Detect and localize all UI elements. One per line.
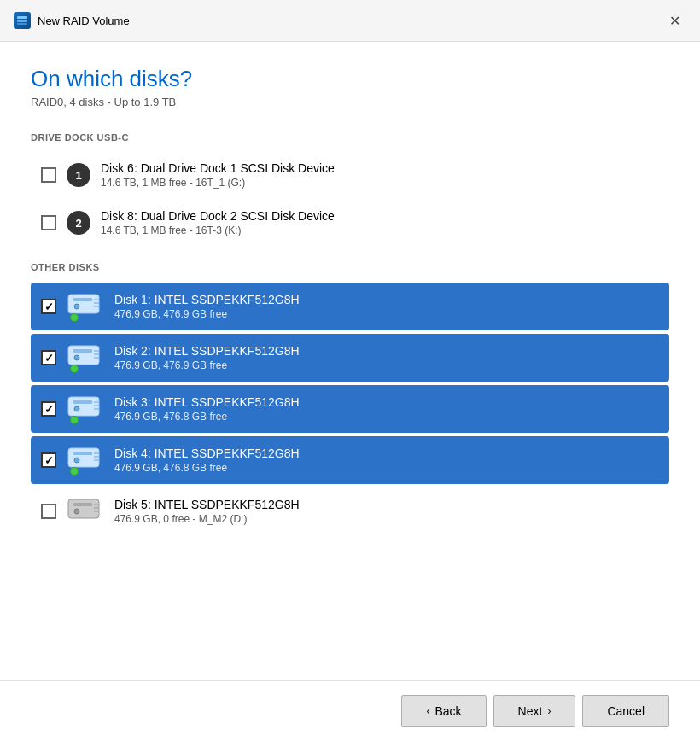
sections-container: DRIVE DOCK USB-C1Disk 6: Dual Drive Dock… xyxy=(31,132,669,539)
disk-name-disk6: Disk 6: Dual Drive Dock 1 SCSI Disk Devi… xyxy=(101,161,659,175)
disk-details-disk3: 476.9 GB, 476.8 GB free xyxy=(114,411,659,423)
checkbox-disk6[interactable] xyxy=(41,167,56,183)
green-status-dot xyxy=(70,467,79,476)
disk-info-disk1: Disk 1: INTEL SSDPEKKF512G8H476.9 GB, 47… xyxy=(114,293,659,320)
checkbox-disk5[interactable] xyxy=(41,504,56,519)
drive-icon xyxy=(67,496,104,527)
svg-rect-0 xyxy=(17,16,27,19)
disk-name-disk3: Disk 3: INTEL SSDPEKKF512G8H xyxy=(114,395,659,409)
disk-details-disk4: 476.9 GB, 476.8 GB free xyxy=(114,462,659,474)
svg-rect-22 xyxy=(73,452,92,455)
disk-details-disk2: 476.9 GB, 476.9 GB free xyxy=(114,359,659,371)
green-status-dot xyxy=(70,313,79,322)
disk-badge-disk8: 2 xyxy=(67,211,90,235)
section-label-other-disks: OTHER DISKS xyxy=(31,262,669,272)
checkbox-disk1[interactable] xyxy=(41,299,56,314)
disk-details-disk8: 14.6 TB, 1 MB free - 16T-3 (K:) xyxy=(101,225,659,236)
drive-icon xyxy=(67,342,104,373)
checkbox-disk4[interactable] xyxy=(41,452,56,468)
section-label-drive-dock: DRIVE DOCK USB-C xyxy=(31,132,669,143)
svg-rect-9 xyxy=(68,346,99,365)
next-arrow-icon: › xyxy=(547,705,551,717)
dialog-title: New RAID Volume xyxy=(38,15,656,27)
disk-name-disk1: Disk 1: INTEL SSDPEKKF512G8H xyxy=(114,293,659,306)
dialog-footer: ‹ Back Next › Cancel xyxy=(0,680,700,741)
disk-details-disk6: 14.6 TB, 1 MB free - 16T_1 (G:) xyxy=(101,177,659,189)
title-bar: New RAID Volume ✕ xyxy=(0,0,700,42)
disk-info-disk5: Disk 5: INTEL SSDPEKKF512G8H476.9 GB, 0 … xyxy=(114,498,659,525)
svg-rect-28 xyxy=(73,503,92,506)
app-icon xyxy=(14,12,31,29)
page-subtitle: RAID0, 4 disks - Up to 1.9 TB xyxy=(31,96,669,108)
svg-rect-15 xyxy=(68,397,99,416)
disk-item-disk5[interactable]: Disk 5: INTEL SSDPEKKF512G8H476.9 GB, 0 … xyxy=(31,487,669,535)
disk-item-disk3[interactable]: Disk 3: INTEL SSDPEKKF512G8H476.9 GB, 47… xyxy=(31,385,669,433)
svg-point-20 xyxy=(74,406,79,411)
disk-name-disk5: Disk 5: INTEL SSDPEKKF512G8H xyxy=(114,498,659,511)
checkbox-disk8[interactable] xyxy=(41,215,56,230)
svg-point-14 xyxy=(74,355,79,360)
disk-info-disk8: Disk 8: Dual Drive Dock 2 SCSI Disk Devi… xyxy=(101,209,659,236)
disk-name-disk8: Disk 8: Dual Drive Dock 2 SCSI Disk Devi… xyxy=(101,209,659,223)
disk-item-disk4[interactable]: Disk 4: INTEL SSDPEKKF512G8H476.9 GB, 47… xyxy=(31,436,669,484)
disk-item-disk1[interactable]: Disk 1: INTEL SSDPEKKF512G8H476.9 GB, 47… xyxy=(31,283,669,330)
drive-icon xyxy=(67,291,104,322)
disk-item-disk2[interactable]: Disk 2: INTEL SSDPEKKF512G8H476.9 GB, 47… xyxy=(31,334,669,382)
cancel-label: Cancel xyxy=(607,704,645,718)
dialog-content: On which disks? RAID0, 4 disks - Up to 1… xyxy=(0,42,700,680)
svg-point-26 xyxy=(74,458,79,463)
new-raid-dialog: New RAID Volume ✕ On which disks? RAID0,… xyxy=(0,0,700,741)
disk-item-disk6[interactable]: 1Disk 6: Dual Drive Dock 1 SCSI Disk Dev… xyxy=(31,153,669,197)
drive-icon xyxy=(67,394,104,424)
drive-icon xyxy=(67,445,104,476)
disk-details-disk5: 476.9 GB, 0 free - M_M2 (D:) xyxy=(114,513,659,525)
back-button[interactable]: ‹ Back xyxy=(401,695,486,727)
disk-item-disk8[interactable]: 2Disk 8: Dual Drive Dock 2 SCSI Disk Dev… xyxy=(31,201,669,245)
cancel-button[interactable]: Cancel xyxy=(582,695,669,727)
svg-rect-16 xyxy=(73,400,92,404)
svg-rect-3 xyxy=(68,295,99,313)
next-label: Next xyxy=(518,704,543,718)
disk-info-disk4: Disk 4: INTEL SSDPEKKF512G8H476.9 GB, 47… xyxy=(114,446,659,474)
section-other-disks: OTHER DISKS Disk 1: INTEL SSDPEKKF512G8H… xyxy=(31,262,669,535)
checkbox-disk2[interactable] xyxy=(41,350,56,365)
disk-name-disk2: Disk 2: INTEL SSDPEKKF512G8H xyxy=(114,344,659,358)
disk-badge-disk6: 1 xyxy=(67,163,90,187)
back-arrow-icon: ‹ xyxy=(426,705,429,717)
checkbox-disk3[interactable] xyxy=(41,401,56,417)
disk-details-disk1: 476.9 GB, 476.9 GB free xyxy=(114,308,659,320)
page-title: On which disks? xyxy=(31,66,669,92)
disk-info-disk2: Disk 2: INTEL SSDPEKKF512G8H476.9 GB, 47… xyxy=(114,344,659,371)
disk-name-disk4: Disk 4: INTEL SSDPEKKF512G8H xyxy=(114,446,659,460)
svg-rect-2 xyxy=(17,23,27,25)
back-label: Back xyxy=(435,704,461,718)
green-status-dot xyxy=(70,365,79,373)
svg-rect-1 xyxy=(17,20,27,22)
svg-rect-27 xyxy=(68,499,99,518)
svg-rect-21 xyxy=(68,448,99,467)
disk-info-disk3: Disk 3: INTEL SSDPEKKF512G8H476.9 GB, 47… xyxy=(114,395,659,423)
disk-info-disk6: Disk 6: Dual Drive Dock 1 SCSI Disk Devi… xyxy=(101,161,659,189)
svg-rect-10 xyxy=(73,349,92,353)
svg-point-32 xyxy=(74,509,79,514)
svg-rect-4 xyxy=(73,298,92,301)
section-drive-dock: DRIVE DOCK USB-C1Disk 6: Dual Drive Dock… xyxy=(31,132,669,245)
svg-point-8 xyxy=(74,304,79,309)
green-status-dot xyxy=(70,416,79,424)
close-button[interactable]: ✕ xyxy=(662,9,686,32)
next-button[interactable]: Next › xyxy=(493,695,576,727)
